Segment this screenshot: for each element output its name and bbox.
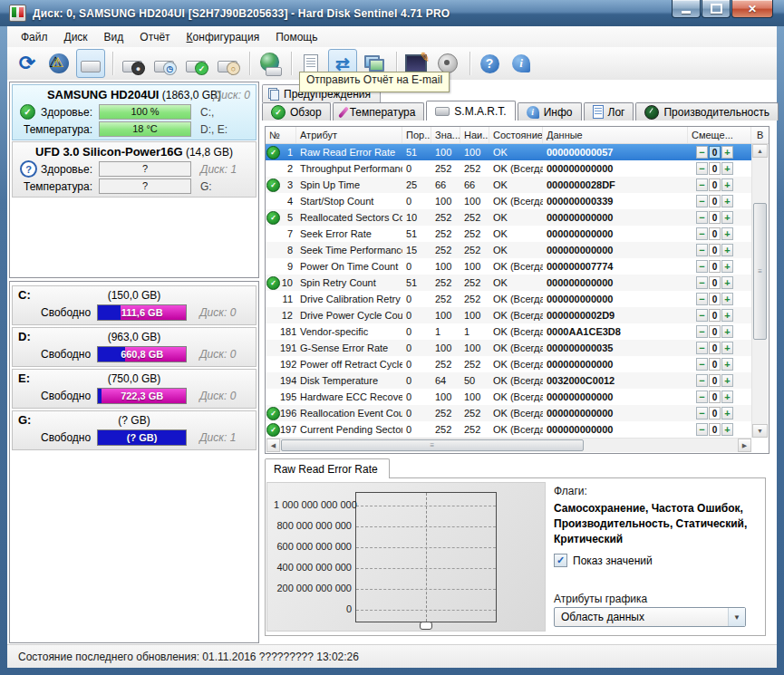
increase-offset-button[interactable]: + <box>721 293 733 305</box>
table-row[interactable]: ✓12Drive Power Cycle Count0100100OK (Все… <box>266 307 751 323</box>
warning-icon[interactable]: ⚠ <box>44 49 73 78</box>
disk-performance-icon[interactable]: ● <box>118 49 147 78</box>
table-row[interactable]: ✓191G-Sense Error Rate0100100OK (Всегда.… <box>266 340 751 356</box>
increase-offset-button[interactable]: + <box>721 342 733 354</box>
column-header-5[interactable]: Состояние <box>489 127 543 143</box>
menu-item-config[interactable]: Конфигурация <box>179 28 268 46</box>
column-header-2[interactable]: Пор... <box>402 127 431 143</box>
tab-overview[interactable]: ✓Обзор <box>262 102 331 121</box>
increase-offset-button[interactable]: + <box>721 146 733 159</box>
menu-item-view[interactable]: Вид <box>96 28 132 46</box>
horizontal-scroll-thumb[interactable]: ≡ <box>281 439 584 451</box>
increase-offset-button[interactable]: + <box>721 244 733 256</box>
decrease-offset-button[interactable]: − <box>696 227 708 240</box>
table-row[interactable]: ✓9Power On Time Count0100100OK (Всегда..… <box>266 258 751 275</box>
decrease-offset-button[interactable]: − <box>696 146 708 159</box>
table-row[interactable]: ✓11Drive Calibration Retry ...0252252OK … <box>266 291 751 307</box>
decrease-offset-button[interactable]: − <box>696 391 708 403</box>
info-icon[interactable]: i <box>507 49 536 78</box>
table-row[interactable]: ✓195Hardware ECC Recovered0100100OK (Все… <box>266 389 751 405</box>
disk-panel-1[interactable]: UFD 3.0 Silicon-Power16G (14,8 GB)?Здоро… <box>12 141 256 198</box>
tab-info[interactable]: iИнфо <box>518 102 582 121</box>
table-row[interactable]: ✓3Spin Up Time256666OK0000000028DF−0+ <box>266 177 751 193</box>
disk-search-icon[interactable]: ○ <box>213 49 242 78</box>
table-row[interactable]: ✓10Spin Retry Count51252252OK00000000000… <box>266 275 751 291</box>
column-header-1[interactable]: Атрибут <box>296 127 402 143</box>
minimize-button[interactable] <box>672 0 701 18</box>
decrease-offset-button[interactable]: − <box>696 178 708 191</box>
network-disks-icon[interactable] <box>255 49 284 78</box>
tab-performance[interactable]: Производительность <box>635 102 778 121</box>
scroll-left-icon[interactable]: ◀ <box>266 439 280 452</box>
decrease-offset-button[interactable]: − <box>696 423 708 436</box>
partition-panel-G[interactable]: G:(? GB)Свободно(? GB)Диск: 1 <box>12 410 256 450</box>
table-row[interactable]: ✓1Raw Read Error Rate51100100OK000000000… <box>266 144 751 160</box>
increase-offset-button[interactable]: + <box>721 178 733 191</box>
increase-offset-button[interactable]: + <box>721 374 733 387</box>
table-row[interactable]: ✓192Power off Retract Cycle ...0252252OK… <box>266 356 751 372</box>
increase-offset-button[interactable]: + <box>721 391 733 403</box>
increase-offset-button[interactable]: + <box>721 227 733 240</box>
decrease-offset-button[interactable]: − <box>696 325 708 338</box>
decrease-offset-button[interactable]: − <box>696 309 708 322</box>
tab-log[interactable]: Лог <box>584 102 634 121</box>
menu-item-report[interactable]: Отчёт <box>131 28 178 46</box>
horizontal-scrollbar[interactable]: ◀ ≡ ▶ <box>266 438 751 452</box>
column-header-6[interactable]: Данные <box>543 127 688 143</box>
scroll-up-icon[interactable]: ▲ <box>752 144 768 158</box>
show-values-checkbox[interactable]: ✓ <box>554 554 567 567</box>
increase-offset-button[interactable]: + <box>721 276 733 289</box>
decrease-offset-button[interactable]: − <box>696 276 708 289</box>
increase-offset-button[interactable]: + <box>721 325 733 338</box>
chart-attributes-select[interactable]: Область данных ▼ <box>554 607 746 627</box>
refresh-icon[interactable]: ⟳ <box>13 49 42 78</box>
decrease-offset-button[interactable]: − <box>696 162 708 175</box>
disk-schedule-icon[interactable]: ◷ <box>150 49 179 78</box>
disk-overview-icon[interactable] <box>76 49 105 78</box>
decrease-offset-button[interactable]: − <box>696 358 708 371</box>
close-button[interactable] <box>731 0 773 18</box>
decrease-offset-button[interactable]: − <box>696 211 708 224</box>
column-header-3[interactable]: Зна... <box>431 127 460 143</box>
column-header-0[interactable]: № <box>266 127 296 143</box>
maximize-button[interactable] <box>702 0 731 18</box>
table-row[interactable]: ✓4Start/Stop Count0100100OK (Всегда...00… <box>266 193 751 209</box>
increase-offset-button[interactable]: + <box>721 309 733 322</box>
chevron-down-icon[interactable]: ▼ <box>728 608 745 626</box>
detail-tab[interactable]: Raw Read Error Rate <box>265 458 390 478</box>
vertical-scrollbar[interactable]: ▲ ≡ ▼ <box>751 144 768 438</box>
increase-offset-button[interactable]: + <box>721 260 733 273</box>
partition-panel-E[interactable]: E:(750,0 GB)Свободно722,3 GBДиск: 0 <box>12 369 256 409</box>
chart-slider-handle[interactable] <box>420 622 432 630</box>
decrease-offset-button[interactable]: − <box>696 407 708 419</box>
tab-smart[interactable]: S.M.A.R.T. <box>426 101 515 121</box>
increase-offset-button[interactable]: + <box>721 358 733 371</box>
decrease-offset-button[interactable]: − <box>696 293 708 305</box>
table-row[interactable]: ✓8Seek Time Performance15252252OK0000000… <box>266 242 751 258</box>
menu-item-disk[interactable]: Диск <box>56 28 96 46</box>
table-row[interactable]: ✓181Vendor-specific011OK (Всегда...0000A… <box>266 323 751 340</box>
increase-offset-button[interactable]: + <box>721 407 733 419</box>
menu-item-help[interactable]: Помощь <box>267 28 325 46</box>
decrease-offset-button[interactable]: − <box>696 260 708 273</box>
disk-ok-icon[interactable]: ✓ <box>181 49 210 78</box>
table-row[interactable]: ✓197Current Pending Sector...0252252OK (… <box>266 421 751 438</box>
scroll-right-icon[interactable]: ▶ <box>738 439 751 452</box>
menu-item-file[interactable]: Файл <box>13 28 56 46</box>
column-header-4[interactable]: Наи... <box>460 127 489 143</box>
table-row[interactable]: ✓194Disk Temperature06450OK (Всегда...00… <box>266 372 751 389</box>
increase-offset-button[interactable]: + <box>721 423 733 436</box>
increase-offset-button[interactable]: + <box>721 211 733 224</box>
disk-panel-0[interactable]: SAMSUNG HD204UI (1863,0 GB)Диск: 0✓Здоро… <box>12 84 256 140</box>
table-row[interactable]: ✓196Reallocation Event Count0252252OK (В… <box>266 405 751 421</box>
decrease-offset-button[interactable]: − <box>696 374 708 387</box>
increase-offset-button[interactable]: + <box>721 162 733 175</box>
vertical-scroll-thumb[interactable]: ≡ <box>753 203 767 340</box>
tab-temperature[interactable]: Температура <box>333 102 425 121</box>
decrease-offset-button[interactable]: − <box>696 195 708 207</box>
decrease-offset-button[interactable]: − <box>696 342 708 354</box>
table-row[interactable]: ✓5Reallocated Sectors Co...10252252OK000… <box>266 209 751 226</box>
increase-offset-button[interactable]: + <box>721 195 733 207</box>
table-row[interactable]: ✓7Seek Error Rate51252252OK000000000000−… <box>266 226 751 242</box>
decrease-offset-button[interactable]: − <box>696 244 708 256</box>
